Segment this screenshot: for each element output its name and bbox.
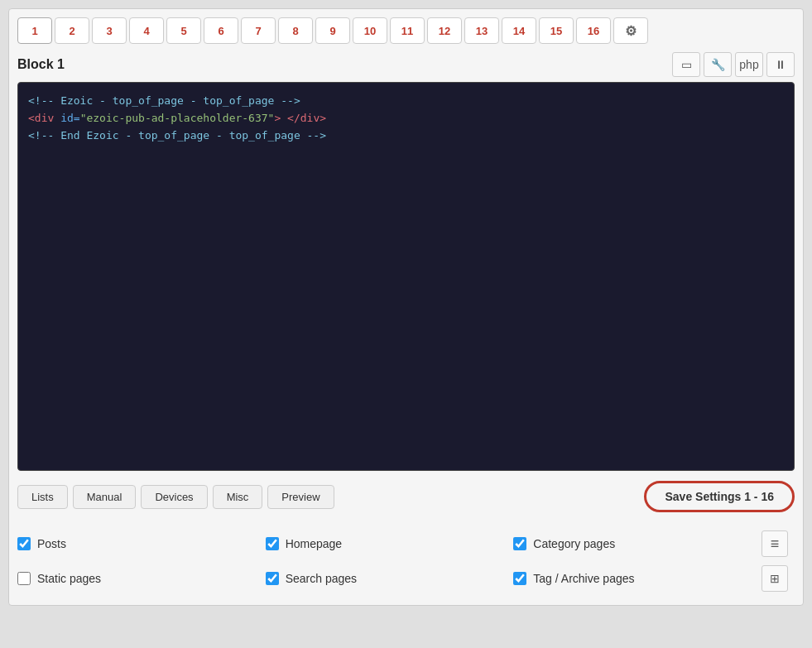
tablet-button[interactable]: ▭: [672, 52, 700, 77]
tab-13[interactable]: 13: [464, 17, 499, 44]
qr-icon-btn[interactable]: ⊞: [762, 565, 788, 592]
posts-checkbox-item: Posts: [17, 537, 257, 550]
tab-16[interactable]: 16: [576, 17, 611, 44]
code-line-3: <!-- End Ezoic - top_of_page - top_of_pa…: [28, 127, 784, 145]
action-row: Lists Manual Devices Misc Preview Save S…: [17, 481, 795, 512]
homepage-label: Homepage: [286, 537, 343, 550]
tab-5[interactable]: 5: [166, 17, 201, 44]
manual-button[interactable]: Manual: [73, 485, 137, 509]
misc-button[interactable]: Misc: [213, 485, 263, 509]
tab-4[interactable]: 4: [129, 17, 164, 44]
qr-icon: ⊞: [770, 572, 780, 585]
block-tools: ▭ 🔧 php ⏸: [672, 52, 795, 77]
wrench-button[interactable]: 🔧: [704, 52, 732, 77]
tag-archive-checkbox-item: Tag / Archive pages: [513, 572, 753, 585]
tablet-icon: ▭: [681, 58, 692, 71]
devices-button[interactable]: Devices: [141, 485, 207, 509]
tab-10[interactable]: 10: [353, 17, 387, 44]
pause-button[interactable]: ⏸: [766, 52, 795, 77]
block-header: Block 1 ▭ 🔧 php ⏸: [17, 52, 795, 77]
block-title: Block 1: [17, 57, 65, 72]
tab-9[interactable]: 9: [315, 17, 350, 44]
search-pages-checkbox[interactable]: [266, 572, 279, 585]
tab-12[interactable]: 12: [427, 17, 462, 44]
search-pages-checkbox-item: Search pages: [266, 572, 506, 585]
homepage-checkbox[interactable]: [266, 537, 279, 550]
tab-11[interactable]: 11: [390, 17, 425, 44]
php-button[interactable]: php: [735, 52, 763, 77]
tab-14[interactable]: 14: [502, 17, 536, 44]
hamburger-icon: ≡: [771, 535, 780, 553]
category-pages-label: Category pages: [533, 537, 615, 550]
code-editor[interactable]: <!-- Ezoic - top_of_page - top_of_page -…: [17, 82, 795, 471]
action-buttons-group: Lists Manual Devices Misc Preview: [17, 485, 334, 509]
tag-archive-checkbox[interactable]: [513, 572, 526, 585]
hamburger-icon-btn[interactable]: ≡: [762, 530, 788, 557]
homepage-checkbox-item: Homepage: [266, 537, 506, 550]
search-pages-label: Search pages: [286, 572, 357, 585]
preview-button[interactable]: Preview: [267, 485, 334, 509]
static-pages-label: Static pages: [37, 572, 101, 585]
lists-button[interactable]: Lists: [17, 485, 68, 509]
tab-8[interactable]: 8: [278, 17, 313, 44]
static-pages-checkbox[interactable]: [17, 572, 31, 585]
posts-label: Posts: [37, 537, 66, 550]
wrench-icon: 🔧: [711, 58, 725, 71]
checkboxes-section: Posts Homepage Category pages ≡ Static p…: [17, 526, 795, 597]
tag-archive-label: Tag / Archive pages: [533, 572, 634, 585]
save-settings-button[interactable]: Save Settings 1 - 16: [644, 481, 795, 512]
tab-3[interactable]: 3: [92, 17, 127, 44]
posts-checkbox[interactable]: [17, 537, 31, 550]
category-pages-checkbox-item: Category pages: [513, 537, 753, 550]
code-line-1: <!-- Ezoic - top_of_page - top_of_page -…: [28, 93, 784, 110]
tab-15[interactable]: 15: [539, 17, 574, 44]
category-pages-checkbox[interactable]: [513, 537, 526, 550]
tab-6[interactable]: 6: [204, 17, 238, 44]
code-line-2: <div id="ezoic-pub-ad-placeholder-637"> …: [28, 110, 784, 127]
pause-icon: ⏸: [775, 58, 786, 71]
tab-gear[interactable]: ⚙: [613, 17, 648, 44]
tab-7[interactable]: 7: [241, 17, 276, 44]
php-label: php: [739, 58, 758, 71]
static-pages-checkbox-item: Static pages: [17, 572, 257, 585]
tab-1[interactable]: 1: [17, 17, 52, 44]
tab-2[interactable]: 2: [55, 17, 89, 44]
tabs-row: 1 2 3 4 5 6 7 8 9 10 11 12 13 14 15 16 ⚙: [17, 17, 795, 44]
